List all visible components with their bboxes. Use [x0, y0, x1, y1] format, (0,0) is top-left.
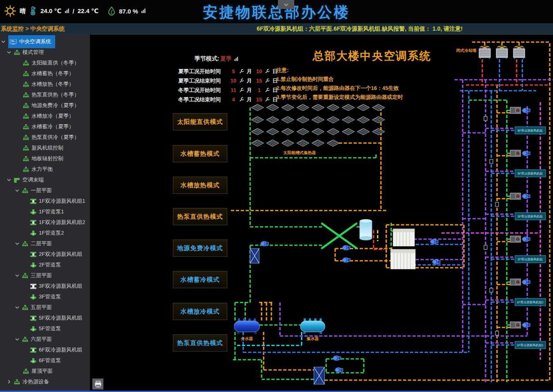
- chevron-down-icon: [283, 2, 289, 7]
- chevron-down-icon[interactable]: [15, 273, 20, 278]
- sidebar-item-1f-ahu2[interactable]: 1F双冷源新风机组2: [0, 217, 90, 228]
- wrench-edit-icon[interactable]: [239, 78, 244, 83]
- sitemap-icon: [23, 82, 29, 87]
- sidebar-item-floor6[interactable]: 六层平面: [0, 334, 90, 345]
- sidebar-item-roof-plan[interactable]: 屋顶平面: [0, 366, 90, 376]
- wrench-edit-icon[interactable]: [239, 69, 244, 74]
- month-value: 11: [228, 87, 239, 93]
- breadcrumb[interactable]: 系统监控 > 中央空调系统: [1, 25, 65, 33]
- sidebar-item-mode-management[interactable]: 模式管理: [0, 47, 90, 58]
- chevron-down-icon[interactable]: [15, 188, 20, 193]
- chevron-down-icon[interactable]: [15, 242, 20, 246]
- mode-button-tank-store-heat[interactable]: 水槽蓄热模式: [173, 145, 227, 162]
- selected-item[interactable]: 中央空调系统: [8, 35, 55, 48]
- sidebar-item-3f-pump[interactable]: 3F管道泵: [0, 291, 90, 302]
- pump-icon: [30, 231, 36, 236]
- sitemap-icon: [22, 188, 28, 193]
- crossover-valve: [322, 224, 356, 248]
- sitemap-icon: [14, 379, 20, 385]
- chevron-down-icon[interactable]: [1, 40, 6, 44]
- sidebar-item-tank-release-heat[interactable]: 水槽放热（冬季）: [0, 79, 90, 90]
- cooling-tower: [496, 46, 508, 59]
- sidebar-item-1f-pump2[interactable]: 1F管道泵2: [0, 228, 90, 238]
- sitemap-icon: [23, 71, 29, 76]
- pump: [335, 368, 343, 373]
- wrench-edit-icon[interactable]: [239, 97, 244, 102]
- hvac-scada-app: { "header": { "weather_text": "晴", "temp…: [0, 0, 553, 392]
- chevron-down-icon[interactable]: [15, 305, 20, 309]
- pump-icon: [30, 358, 36, 363]
- splitter-label: 分水器: [240, 336, 253, 341]
- chevron-down-icon[interactable]: [15, 337, 20, 341]
- chevron-down-icon[interactable]: [7, 178, 11, 182]
- mode-button-heatpump-heat-2[interactable]: 热泵直供热模式: [173, 334, 227, 352]
- header-collapse-button[interactable]: [278, 0, 294, 9]
- sidebar-item-6f-pump[interactable]: 6F管道泵: [0, 355, 90, 366]
- wrench-edit-icon[interactable]: [265, 78, 270, 83]
- mode-button-tank-store-cool[interactable]: 水槽蓄冷模式: [173, 271, 227, 288]
- sidebar-item-1f-ahu1[interactable]: 1F双冷源新风机组1: [0, 196, 90, 206]
- sidebar-item-floor-radiant-control[interactable]: 地板辐射控制: [0, 153, 90, 164]
- sidebar-item-heatpump-cool[interactable]: 热泵直供冷（夏季）: [0, 132, 90, 143]
- mode-button-tank-release-cool[interactable]: 水槽放冷模式: [173, 303, 227, 320]
- sidebar-item-1f-pump1[interactable]: 1F管道泵1: [0, 206, 90, 217]
- wrench-edit-icon[interactable]: [265, 88, 270, 92]
- pump: [522, 237, 530, 242]
- sidebar-item-heatpump-heat[interactable]: 热泵直供热（冬季）: [0, 90, 90, 100]
- sidebar-item-floor1[interactable]: 一层平面: [0, 185, 90, 196]
- sidebar-item-solar-direct-winter[interactable]: 太阳能直供（冬季）: [0, 58, 90, 68]
- mode-button-tank-release-heat[interactable]: 水槽放热模式: [173, 177, 227, 194]
- sidebar-item-ac-terminals[interactable]: 空调末端: [0, 175, 90, 185]
- plate-heat-exchanger-2: [250, 249, 259, 263]
- notes-block: 注意: 1.禁止制冷制热时间重合 2.每次修改时间后，能源路由器在下一个16：4…: [276, 66, 403, 102]
- sidebar-item-tank-release-cool[interactable]: 水槽放冷（夏季）: [0, 111, 90, 121]
- sidebar-item-2f-pump[interactable]: 2F管道泵: [0, 260, 90, 270]
- pump: [522, 108, 530, 113]
- print-button[interactable]: [92, 379, 103, 390]
- season-mode-line: 季节模式: 夏季: [195, 55, 280, 63]
- svg-text:6F双冷源新风机组: 6F双冷源新风机组: [517, 129, 543, 132]
- wrench-edit-icon[interactable]: [265, 97, 270, 102]
- chevron-down-icon[interactable]: [7, 50, 11, 54]
- sidebar-item-tank-store-cool[interactable]: 水槽蓄冷（夏季）: [0, 121, 90, 132]
- diagram-title: 总部大楼中央空调系统: [302, 49, 441, 63]
- wrench-edit-icon[interactable]: [265, 69, 270, 74]
- ahu-icon: [30, 316, 36, 321]
- page-title: 安捷物联总部办公楼: [0, 2, 553, 22]
- ahu-unit: [510, 193, 521, 199]
- trend-chart-icon[interactable]: [234, 57, 239, 61]
- sidebar-item-ahu-control[interactable]: 新风机组控制: [0, 143, 90, 153]
- ahu-unit: [510, 322, 521, 328]
- sidebar-item-ground-free-cooling[interactable]: 地源免费冷（夏季）: [0, 100, 90, 111]
- svg-text:3F双冷源新风机组: 3F双冷源新风机组: [517, 215, 543, 218]
- sidebar-item-hydraulic-balance[interactable]: 水力平衡: [0, 164, 90, 175]
- sitemap-icon: [22, 305, 28, 310]
- note-line: 2.每次修改时间后，能源路由器在下一个16：45生效: [276, 84, 403, 93]
- sitemap-icon: [23, 92, 29, 98]
- season-row: 夏季工况开始时间 5 月 10 日: [178, 67, 280, 76]
- sidebar-item-5f-pump[interactable]: 5F管道泵: [0, 323, 90, 334]
- sidebar-item-2f-ahu[interactable]: 2F双冷源新风机组: [0, 249, 90, 260]
- cooling-tower: [479, 46, 490, 59]
- sidebar-item-5f-ahu[interactable]: 5F双冷源新风机组: [0, 313, 90, 323]
- sidebar-item-3f-ahu[interactable]: 3F双冷源新风机组: [0, 281, 90, 291]
- sidebar-item-floor3[interactable]: 三层平面: [0, 270, 90, 281]
- ahu-icon: [30, 220, 36, 225]
- cooling-towers: 闭式冷却塔: [456, 46, 525, 59]
- mode-button-heatpump-heat[interactable]: 热泵直供热模式: [173, 208, 227, 225]
- water-splitter-tank: 分水器: [234, 318, 260, 341]
- mode-button-solar-direct[interactable]: 太阳能直供模式: [173, 113, 227, 130]
- sidebar-item-heat-cool-source[interactable]: 冷热源设备: [0, 376, 90, 387]
- season-settings: 季节模式: 夏季 夏季工况开始时间 5 月 10 日 夏季工况结束时间 10 月…: [178, 55, 280, 104]
- pump: [522, 323, 530, 328]
- sidebar-item-tank-store-heat[interactable]: 水槽蓄热（冬季）: [0, 68, 90, 79]
- chevron-right-icon[interactable]: [7, 380, 11, 384]
- sidebar-item-central-ac[interactable]: 中央空调系统: [0, 36, 90, 47]
- pump-icon: [30, 262, 36, 268]
- sidebar-item-6f-ahu[interactable]: 6F双冷源新风机组: [0, 345, 90, 355]
- wrench-edit-icon[interactable]: [239, 88, 244, 92]
- sidebar-item-floor2[interactable]: 二层平面: [0, 238, 90, 249]
- pipes-purple: [280, 80, 553, 382]
- sidebar-item-floor5[interactable]: 五层平面: [0, 302, 90, 313]
- mode-button-ground-free-cool[interactable]: 地源免费冷模式: [173, 240, 227, 257]
